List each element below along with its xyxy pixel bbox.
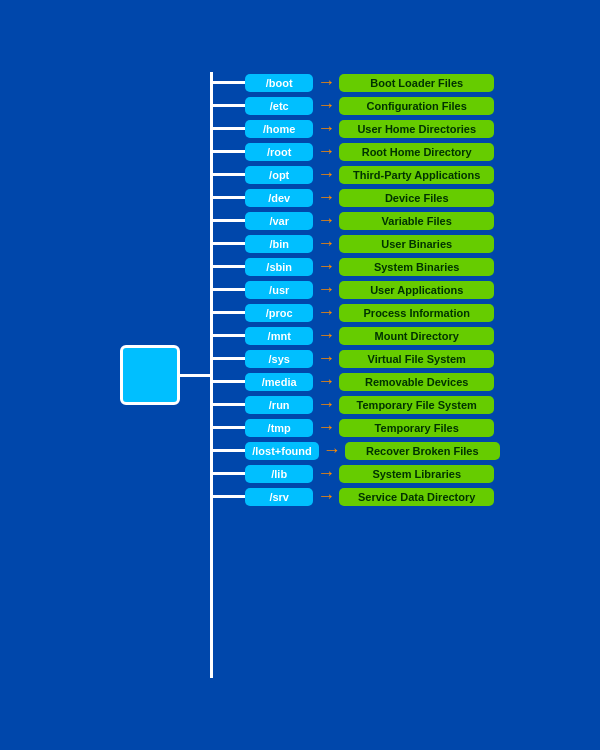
dir-node: /lib bbox=[245, 465, 313, 483]
list-item: /dev → Device Files bbox=[213, 187, 500, 208]
branch-line bbox=[213, 173, 245, 176]
dir-node: /home bbox=[245, 120, 313, 138]
dir-node: /var bbox=[245, 212, 313, 230]
dir-node: /tmp bbox=[245, 419, 313, 437]
list-item: /home → User Home Directories bbox=[213, 118, 500, 139]
list-item: /proc → Process Information bbox=[213, 302, 500, 323]
desc-node: User Applications bbox=[339, 281, 494, 299]
arrow-icon: → bbox=[317, 256, 335, 277]
desc-node: User Home Directories bbox=[339, 120, 494, 138]
desc-node: Process Information bbox=[339, 304, 494, 322]
dir-node: /boot bbox=[245, 74, 313, 92]
root-node bbox=[120, 345, 180, 405]
desc-node: Configuration Files bbox=[339, 97, 494, 115]
diagram-container: /boot → Boot Loader Files /etc → Configu… bbox=[0, 42, 600, 708]
desc-node: Device Files bbox=[339, 189, 494, 207]
list-item: /run → Temporary File System bbox=[213, 394, 500, 415]
list-item: /mnt → Mount Directory bbox=[213, 325, 500, 346]
branch-line bbox=[213, 472, 245, 475]
arrow-icon: → bbox=[317, 95, 335, 116]
list-item: /var → Variable Files bbox=[213, 210, 500, 231]
arrow-icon: → bbox=[317, 371, 335, 392]
arrow-icon: → bbox=[317, 233, 335, 254]
arrow-icon: → bbox=[323, 440, 341, 461]
desc-node: Variable Files bbox=[339, 212, 494, 230]
list-item: /root → Root Home Directory bbox=[213, 141, 500, 162]
list-item: /boot → Boot Loader Files bbox=[213, 72, 500, 93]
dir-node: /dev bbox=[245, 189, 313, 207]
branch-line bbox=[213, 426, 245, 429]
list-item: /usr → User Applications bbox=[213, 279, 500, 300]
dir-node: /run bbox=[245, 396, 313, 414]
dir-node: /sys bbox=[245, 350, 313, 368]
branch-line bbox=[213, 495, 245, 498]
list-item: /lost+found → Recover Broken Files bbox=[213, 440, 500, 461]
branch-line bbox=[213, 311, 245, 314]
desc-node: Root Home Directory bbox=[339, 143, 494, 161]
branch-line bbox=[213, 242, 245, 245]
branch-line bbox=[213, 104, 245, 107]
arrow-icon: → bbox=[317, 72, 335, 93]
arrow-icon: → bbox=[317, 187, 335, 208]
branch-line bbox=[213, 288, 245, 291]
branches-list: /boot → Boot Loader Files /etc → Configu… bbox=[213, 72, 500, 678]
dir-node: /etc bbox=[245, 97, 313, 115]
root-connector bbox=[180, 374, 210, 377]
dir-node: /sbin bbox=[245, 258, 313, 276]
arrow-icon: → bbox=[317, 486, 335, 507]
list-item: /etc → Configuration Files bbox=[213, 95, 500, 116]
dir-node: /mnt bbox=[245, 327, 313, 345]
list-item: /opt → Third-Party Applications bbox=[213, 164, 500, 185]
dir-node: /proc bbox=[245, 304, 313, 322]
desc-node: Recover Broken Files bbox=[345, 442, 500, 460]
list-item: /media → Removable Devices bbox=[213, 371, 500, 392]
desc-node: User Binaries bbox=[339, 235, 494, 253]
branch-line bbox=[213, 265, 245, 268]
dir-node: /bin bbox=[245, 235, 313, 253]
list-item: /lib → System Libraries bbox=[213, 463, 500, 484]
desc-node: System Binaries bbox=[339, 258, 494, 276]
branch-line bbox=[213, 449, 245, 452]
branch-line bbox=[213, 403, 245, 406]
trunk-and-branches: /boot → Boot Loader Files /etc → Configu… bbox=[210, 72, 500, 678]
dir-node: /usr bbox=[245, 281, 313, 299]
dir-node: /root bbox=[245, 143, 313, 161]
desc-node: Temporary Files bbox=[339, 419, 494, 437]
arrow-icon: → bbox=[317, 325, 335, 346]
arrow-icon: → bbox=[317, 348, 335, 369]
dir-node: /lost+found bbox=[245, 442, 319, 460]
dir-node: /media bbox=[245, 373, 313, 391]
arrow-icon: → bbox=[317, 118, 335, 139]
desc-node: Third-Party Applications bbox=[339, 166, 494, 184]
desc-node: Mount Directory bbox=[339, 327, 494, 345]
branch-line bbox=[213, 196, 245, 199]
list-item: /tmp → Temporary Files bbox=[213, 417, 500, 438]
list-item: /srv → Service Data Directory bbox=[213, 486, 500, 507]
desc-node: System Libraries bbox=[339, 465, 494, 483]
branch-line bbox=[213, 127, 245, 130]
desc-node: Virtual File System bbox=[339, 350, 494, 368]
branch-line bbox=[213, 357, 245, 360]
branch-line bbox=[213, 81, 245, 84]
arrow-icon: → bbox=[317, 394, 335, 415]
desc-node: Removable Devices bbox=[339, 373, 494, 391]
tree-body: /boot → Boot Loader Files /etc → Configu… bbox=[120, 72, 500, 678]
arrow-icon: → bbox=[317, 417, 335, 438]
list-item: /sbin → System Binaries bbox=[213, 256, 500, 277]
arrow-icon: → bbox=[317, 164, 335, 185]
branch-line bbox=[213, 380, 245, 383]
dir-node: /opt bbox=[245, 166, 313, 184]
arrow-icon: → bbox=[317, 279, 335, 300]
desc-node: Boot Loader Files bbox=[339, 74, 494, 92]
list-item: /sys → Virtual File System bbox=[213, 348, 500, 369]
arrow-icon: → bbox=[317, 302, 335, 323]
branch-line bbox=[213, 219, 245, 222]
branch-line bbox=[213, 150, 245, 153]
arrow-icon: → bbox=[317, 141, 335, 162]
desc-node: Temporary File System bbox=[339, 396, 494, 414]
branch-line bbox=[213, 334, 245, 337]
arrow-icon: → bbox=[317, 210, 335, 231]
dir-node: /srv bbox=[245, 488, 313, 506]
desc-node: Service Data Directory bbox=[339, 488, 494, 506]
arrow-icon: → bbox=[317, 463, 335, 484]
